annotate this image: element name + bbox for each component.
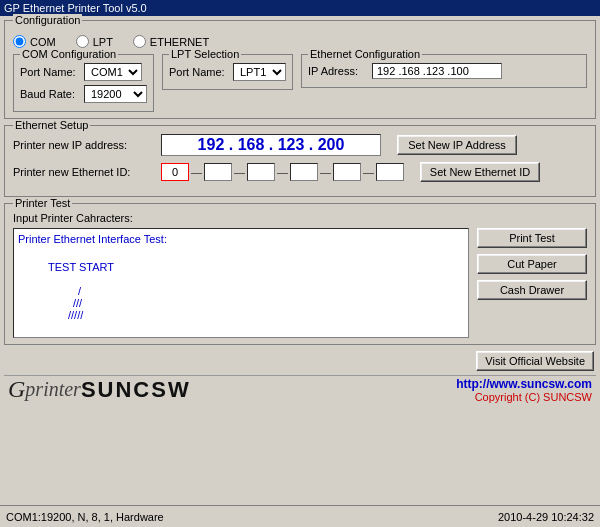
status-left: COM1:19200, N, 8, 1, Hardware: [6, 511, 164, 523]
test-blank-2: [18, 273, 464, 285]
ip-address-label: IP Adress:: [308, 65, 368, 77]
cut-paper-button[interactable]: Cut Paper: [477, 254, 587, 274]
configuration-group: Configuration COM LPT ETHERNET COM Confi…: [4, 20, 596, 119]
lpt-config-panel: LPT Selection Port Name: LPT1 LPT2: [162, 54, 293, 90]
test-blank-1: [18, 249, 464, 261]
logo-url: http://www.suncsw.com: [456, 377, 592, 391]
com-port-select[interactable]: COM1 COM2 COM3: [84, 63, 142, 81]
port-name-label: Port Name:: [20, 66, 80, 78]
input-printer-label: Input Printer Cahracters:: [13, 212, 587, 224]
com-config-label: COM Configuration: [20, 48, 118, 60]
logo-printer-text: printer: [25, 378, 81, 401]
com-radio-label[interactable]: COM: [13, 35, 56, 48]
logo-copyright: Copyright (C) SUNCSW: [456, 391, 592, 403]
new-ip-label: Printer new IP address:: [13, 139, 153, 151]
test-start-line: TEST START: [48, 261, 464, 273]
eth-id-4[interactable]: [333, 163, 361, 181]
ethernet-setup-group: Ethernet Setup Printer new IP address: 1…: [4, 125, 596, 197]
set-new-eth-button[interactable]: Set New Ethernet ID: [420, 162, 540, 182]
lpt-radio[interactable]: [76, 35, 89, 48]
status-bar: COM1:19200, N, 8, 1, Hardware 2010-4-29 …: [0, 505, 600, 527]
lpt-radio-label[interactable]: LPT: [76, 35, 113, 48]
com-radio[interactable]: [13, 35, 26, 48]
title-bar: GP Ethernet Printer Tool v5.0: [0, 0, 600, 16]
logo-gprinter: G: [8, 376, 25, 403]
logo-area: G printer SUNCSW http://www.suncsw.com C…: [4, 375, 596, 403]
lpt-radio-text: LPT: [93, 36, 113, 48]
print-test-button[interactable]: Print Test: [477, 228, 587, 248]
test-text-content: Printer Ethernet Interface Test: TEST ST…: [18, 233, 464, 321]
status-right: 2010-4-29 10:24:32: [498, 511, 594, 523]
test-textarea[interactable]: Printer Ethernet Interface Test: TEST ST…: [13, 228, 469, 338]
ip-address-value: 192 .168 .123 .100: [372, 63, 502, 79]
test-buttons-panel: Print Test Cut Paper Cash Drawer: [477, 228, 587, 338]
ethernet-config-label: Ethernet Configuration: [308, 48, 422, 60]
cash-drawer-button[interactable]: Cash Drawer: [477, 280, 587, 300]
lpt-config-label: LPT Selection: [169, 48, 241, 60]
config-subpanels: COM Configuration Port Name: COM1 COM2 C…: [13, 54, 587, 112]
ip-address-row: IP Adress: 192 .168 .123 .100: [308, 63, 580, 79]
lpt-port-select[interactable]: LPT1 LPT2: [233, 63, 286, 81]
baud-rate-row: Baud Rate: 9600 19200 38400 115200: [20, 85, 147, 103]
port-name-row: Port Name: COM1 COM2 COM3: [20, 63, 147, 81]
eth-id-0[interactable]: [161, 163, 189, 181]
test-content-row: Printer Ethernet Interface Test: TEST ST…: [13, 228, 587, 338]
com-config-panel: COM Configuration Port Name: COM1 COM2 C…: [13, 54, 154, 112]
test-slash-3: /////: [68, 309, 464, 321]
eth-id-2[interactable]: [247, 163, 275, 181]
eth-id-inputs: — — — — —: [161, 163, 404, 181]
set-new-ip-button[interactable]: Set New IP Address: [397, 135, 517, 155]
logo-combined: G printer SUNCSW: [8, 376, 191, 403]
new-ip-row: Printer new IP address: 192 . 168 . 123 …: [13, 134, 587, 156]
visit-official-button[interactable]: Visit Official Website: [476, 351, 594, 371]
ethernet-radio-label[interactable]: ETHERNET: [133, 35, 209, 48]
test-slash-2: ///: [73, 297, 464, 309]
baud-rate-label: Baud Rate:: [20, 88, 80, 100]
visit-row: Visit Official Website: [4, 351, 596, 371]
ethernet-radio[interactable]: [133, 35, 146, 48]
eth-id-3[interactable]: [290, 163, 318, 181]
configuration-label: Configuration: [13, 14, 82, 26]
baud-rate-select[interactable]: 9600 19200 38400 115200: [84, 85, 147, 103]
eth-id-1[interactable]: [204, 163, 232, 181]
printer-test-group: Printer Test Input Printer Cahracters: P…: [4, 203, 596, 345]
test-title-line: Printer Ethernet Interface Test:: [18, 233, 464, 245]
new-ip-value: 192 . 168 . 123 . 200: [161, 134, 381, 156]
new-eth-row: Printer new Ethernet ID: — — — — — Set N…: [13, 162, 587, 182]
ethernet-radio-text: ETHERNET: [150, 36, 209, 48]
eth-id-5[interactable]: [376, 163, 404, 181]
com-radio-text: COM: [30, 36, 56, 48]
lpt-port-row: Port Name: LPT1 LPT2: [169, 63, 286, 81]
ethernet-setup-label: Ethernet Setup: [13, 119, 90, 131]
test-scroll-container: Printer Ethernet Interface Test: TEST ST…: [13, 228, 469, 338]
logo-suncsw-text: SUNCSW: [81, 377, 191, 403]
test-slash-1: /: [78, 285, 464, 297]
new-eth-label: Printer new Ethernet ID:: [13, 166, 153, 178]
logo-right: http://www.suncsw.com Copyright (C) SUNC…: [456, 377, 592, 403]
config-radio-group: COM LPT ETHERNET: [13, 35, 587, 48]
printer-test-label: Printer Test: [13, 197, 72, 209]
title-text: GP Ethernet Printer Tool v5.0: [4, 2, 147, 14]
ethernet-config-panel: Ethernet Configuration IP Adress: 192 .1…: [301, 54, 587, 88]
main-window: Exit Configuration COM LPT ETHERNET: [0, 16, 600, 523]
lpt-port-label: Port Name:: [169, 66, 229, 78]
